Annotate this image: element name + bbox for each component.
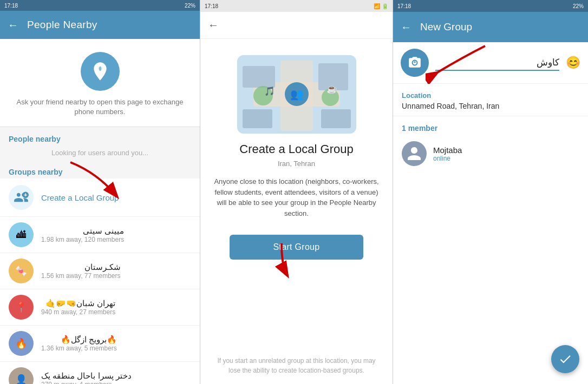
- back-button-3[interactable]: ←: [401, 21, 411, 34]
- hero-text: Ask your friend nearby to open this page…: [9, 97, 191, 117]
- group-meta: 370 m away, 4 members: [41, 381, 132, 384]
- page-title-3: New Group: [420, 21, 472, 33]
- header-bar-1: ← People Nearby: [0, 11, 200, 39]
- back-button-2[interactable]: ←: [208, 19, 219, 31]
- svg-rect-18: [414, 61, 415, 63]
- status-time-3: 17:18: [397, 3, 411, 9]
- group-info: دختر پسرا باحال منطقه یک 370 m away, 4 m…: [41, 371, 132, 384]
- group-name: شکـرستان: [41, 262, 121, 272]
- avatar: 🍬: [9, 259, 34, 283]
- hero-section: Ask your friend nearby to open this page…: [0, 39, 200, 127]
- member-item: Mojtaba online: [402, 138, 579, 169]
- svg-rect-7: [243, 66, 275, 88]
- member-status: online: [433, 155, 462, 162]
- status-bar-1: 17:18 22%: [0, 0, 200, 11]
- panel-create-local-group: 17:18 📶 🔋 ←: [200, 0, 393, 384]
- group-list: 🏙 میینی سیتی 1.98 km away, 120 members 🍬…: [0, 217, 200, 384]
- location-icon-circle: [81, 52, 120, 91]
- group-name: 🔥برویج ازگل🔥: [41, 335, 117, 345]
- status-time-2: 17:18: [205, 3, 218, 9]
- header-bar-3: ← New Group: [393, 12, 588, 42]
- back-button-1[interactable]: ←: [8, 19, 18, 31]
- check-icon: [558, 352, 572, 366]
- panel-people-nearby: 17:18 22% ← People Nearby Ask your frien…: [0, 0, 200, 384]
- group-name-input[interactable]: [435, 55, 559, 71]
- list-item[interactable]: 👤 دختر پسرا باحال منطقه یک 370 m away, 4…: [0, 362, 200, 384]
- panel-new-group: 17:18 22% ← New Group 😊 Location Unnamed…: [393, 0, 588, 384]
- confirm-fab-button[interactable]: [551, 345, 579, 373]
- status-battery-3: 22%: [573, 3, 584, 9]
- member-name: Mojtaba: [433, 145, 462, 155]
- member-section: 1 member Mojtaba online: [393, 116, 588, 173]
- create-local-group-label[interactable]: Create a Local Group: [41, 193, 119, 202]
- looking-for-users-text: Looking for users around you...: [0, 145, 200, 161]
- status-time-1: 17:18: [4, 3, 18, 9]
- header-bar-2: ←: [200, 12, 393, 39]
- person-icon: [406, 145, 422, 162]
- svg-rect-10: [321, 109, 351, 128]
- group-info: تهران شبان🤜🤛🤙 940 m away, 27 members: [41, 299, 115, 316]
- status-bar-3: 17:18 22%: [393, 0, 588, 12]
- avatar: 👤: [9, 367, 34, 384]
- group-info: شکـرستان 1.56 km away, 77 members: [41, 262, 121, 280]
- group-meta: 1.98 km away, 120 members: [41, 236, 124, 243]
- avatar: 🔥: [9, 331, 34, 356]
- avatar: 🏙: [9, 222, 34, 247]
- panel2-content: 👥 🎵 ☕ Create a Local Group Iran, Tehran …: [200, 39, 393, 347]
- list-item[interactable]: 📍 تهران شبان🤜🤛🤙 940 m away, 27 members: [0, 289, 200, 326]
- start-group-button[interactable]: Start Group: [230, 235, 363, 260]
- member-count-label: 1 member: [402, 124, 579, 133]
- location-icon: [89, 61, 111, 82]
- camera-icon: [408, 56, 422, 70]
- group-info: 🔥برویج ازگل🔥 1.36 km away, 5 members: [41, 335, 117, 352]
- create-group-icon: +: [9, 185, 34, 210]
- location-value: Unnamed Road, Tehran, Iran: [402, 102, 579, 110]
- svg-text:🎵: 🎵: [264, 86, 275, 96]
- group-name: میینی سیتی: [41, 226, 124, 236]
- list-item[interactable]: 🍬 شکـرستان 1.56 km away, 77 members: [0, 253, 200, 289]
- map-svg: 👥 🎵 ☕: [237, 55, 356, 134]
- group-meta: 1.36 km away, 5 members: [41, 345, 117, 352]
- group-name: دختر پسرا باحال منطقه یک: [41, 371, 132, 381]
- create-local-group-subtitle: Iran, Tehran: [278, 160, 315, 168]
- status-battery-1: 22%: [185, 3, 195, 9]
- people-section-label: People nearby: [0, 127, 200, 145]
- map-illustration: 👥 🎵 ☕: [237, 55, 356, 134]
- page-title-1: People Nearby: [27, 19, 97, 31]
- status-icons-2: 📶 🔋: [374, 3, 388, 9]
- member-info: Mojtaba online: [433, 145, 462, 162]
- group-name: تهران شبان🤜🤛🤙: [41, 299, 115, 308]
- group-meta: 1.56 km away, 77 members: [41, 272, 121, 280]
- emoji-button[interactable]: 😊: [566, 56, 580, 70]
- avatar: 📍: [9, 295, 34, 320]
- status-bar-2: 17:18 📶 🔋: [200, 0, 393, 12]
- svg-text:☕: ☕: [326, 84, 337, 94]
- list-item[interactable]: 🏙 میینی سیتی 1.98 km away, 120 members: [0, 217, 200, 253]
- group-info: میینی سیتی 1.98 km away, 120 members: [41, 226, 124, 243]
- svg-text:👥: 👥: [290, 88, 303, 101]
- groups-section-label: Groups nearby: [0, 161, 200, 178]
- svg-text:+: +: [24, 191, 28, 198]
- group-meta: 940 m away, 27 members: [41, 308, 115, 316]
- group-name-area: 😊: [393, 42, 588, 84]
- avatar: [402, 141, 427, 166]
- create-local-group-row[interactable]: + Create a Local Group: [0, 178, 200, 217]
- location-label: Location: [402, 91, 579, 100]
- list-item[interactable]: 🔥 🔥برویج ازگل🔥 1.36 km away, 5 members: [0, 326, 200, 362]
- camera-button[interactable]: [401, 49, 429, 77]
- svg-rect-9: [243, 109, 272, 128]
- create-local-group-title: Create a Local Group: [239, 142, 353, 156]
- location-section: Location Unnamed Road, Tehran, Iran: [393, 84, 588, 116]
- add-group-icon: +: [14, 190, 29, 205]
- create-local-group-desc: Anyone close to this location (neighbors…: [213, 176, 380, 219]
- panel2-footer: If you start an unrelated group at this …: [200, 347, 393, 384]
